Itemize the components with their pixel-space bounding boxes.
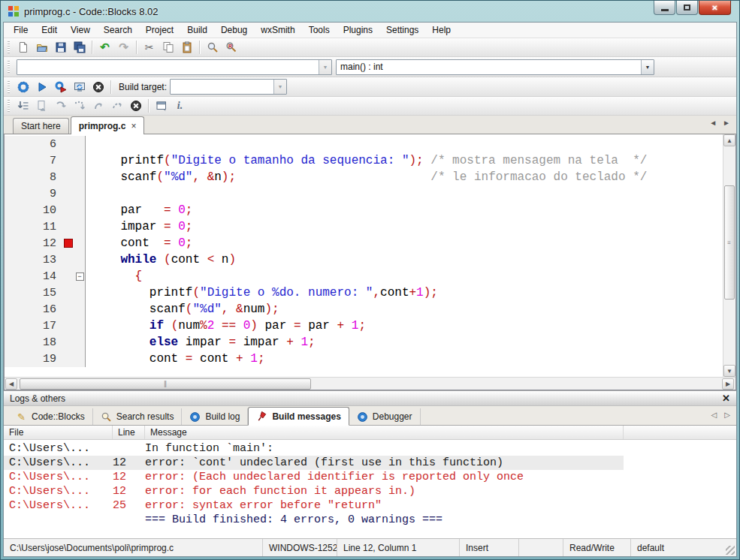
vertical-scroll-thumb[interactable]: ≡: [724, 185, 735, 300]
run-to-cursor-button[interactable]: [33, 98, 50, 114]
menu-file[interactable]: File: [7, 23, 35, 37]
build-button[interactable]: [14, 79, 32, 95]
chevron-down-icon[interactable]: ▼: [273, 80, 286, 94]
build-message-row[interactable]: C:\Users\...25error: syntax error before…: [4, 498, 624, 513]
chevron-down-icon[interactable]: ▼: [641, 60, 654, 74]
code-editor[interactable]: 67 printf("Digite o tamanho da sequencia…: [5, 134, 723, 377]
breakpoint-margin[interactable]: [62, 285, 74, 301]
breakpoint-margin[interactable]: [62, 301, 74, 318]
logs-tab-scroll-left-icon[interactable]: ◁: [711, 411, 717, 419]
tab-primprog-c[interactable]: primprog.c×: [71, 116, 145, 134]
next-instruction-button[interactable]: [108, 98, 125, 114]
close-button[interactable]: ✕: [699, 1, 731, 15]
breakpoint-margin[interactable]: [62, 334, 74, 351]
run-button[interactable]: [33, 79, 50, 95]
logs-tab-scroll-right-icon[interactable]: ▷: [724, 411, 730, 419]
logs-close-icon[interactable]: ✕: [722, 393, 730, 403]
message-file: C:\Users\...: [4, 471, 113, 483]
logs-tab-search-results[interactable]: Search results: [93, 408, 183, 425]
menu-wxsmith[interactable]: wxSmith: [254, 23, 301, 37]
replace-button[interactable]: R: [222, 39, 240, 56]
step-out-button[interactable]: [89, 98, 107, 114]
menu-settings[interactable]: Settings: [379, 23, 425, 37]
find-button[interactable]: [204, 39, 221, 56]
logs-tab-build-log[interactable]: Build log: [182, 408, 248, 425]
cut-button[interactable]: ✂: [140, 39, 158, 56]
toolbar-grip[interactable]: [8, 41, 10, 53]
menu-help[interactable]: Help: [425, 23, 458, 37]
scroll-left-icon[interactable]: ◀: [5, 378, 17, 390]
breakpoint-icon[interactable]: [64, 239, 73, 248]
toolbar-grip[interactable]: [8, 81, 10, 93]
breakpoint-margin[interactable]: [62, 136, 74, 152]
editor-horizontal-scrollbar[interactable]: ◀ ∥ ▶: [5, 377, 735, 390]
breakpoint-margin[interactable]: [62, 351, 74, 367]
breakpoint-margin[interactable]: [62, 202, 74, 218]
breakpoint-margin[interactable]: [62, 251, 74, 268]
build-and-run-button[interactable]: [52, 79, 69, 95]
breakpoint-margin[interactable]: [62, 268, 74, 285]
copy-button[interactable]: [159, 39, 177, 56]
maximize-button[interactable]: [676, 1, 698, 15]
undo-button[interactable]: ↶: [96, 39, 113, 56]
abort-build-button[interactable]: [89, 79, 107, 95]
breakpoint-margin[interactable]: [62, 169, 74, 185]
open-button[interactable]: [33, 39, 50, 56]
menu-project[interactable]: Project: [139, 23, 180, 37]
minimize-button[interactable]: [654, 1, 675, 15]
next-line-button[interactable]: [52, 98, 69, 114]
build-message-row[interactable]: === Build finished: 4 errors, 0 warnings…: [4, 513, 624, 527]
menu-plugins[interactable]: Plugins: [337, 23, 379, 37]
build-message-row[interactable]: C:\Users\...In function `main':: [4, 441, 624, 456]
editor-vertical-scrollbar[interactable]: ▲ ≡ ▼: [723, 134, 735, 377]
column-header-line[interactable]: Line: [113, 426, 145, 439]
menu-build[interactable]: Build: [180, 23, 214, 37]
save-button[interactable]: [52, 39, 69, 56]
column-header-file[interactable]: File: [4, 426, 113, 439]
breakpoint-margin[interactable]: [62, 318, 74, 334]
rebuild-button[interactable]: [71, 79, 88, 95]
menu-tools[interactable]: Tools: [302, 23, 337, 37]
tab-close-icon[interactable]: ×: [131, 121, 136, 131]
build-target-combobox[interactable]: ▼: [170, 79, 287, 95]
tab-scroll-left-icon[interactable]: ◄: [709, 119, 717, 127]
titlebar[interactable]: primprog.c - Code::Blocks 8.02 ✕: [3, 1, 737, 22]
logs-tab-debugger[interactable]: Debugger: [349, 408, 421, 425]
redo-button[interactable]: ↷: [115, 39, 132, 56]
breakpoint-margin[interactable]: [62, 185, 74, 202]
menu-view[interactable]: View: [64, 23, 97, 37]
step-into-button[interactable]: [71, 98, 88, 114]
build-message-row[interactable]: C:\Users\...12error: (Each undeclared id…: [4, 470, 624, 484]
menu-edit[interactable]: Edit: [35, 23, 64, 37]
chevron-down-icon[interactable]: ▼: [319, 60, 331, 74]
save-all-button[interactable]: [71, 39, 88, 56]
menu-debug[interactable]: Debug: [214, 23, 254, 37]
debug-continue-button[interactable]: [14, 98, 32, 114]
breakpoint-margin[interactable]: [62, 218, 74, 235]
paste-button[interactable]: [178, 39, 195, 56]
scroll-up-icon[interactable]: ▲: [723, 134, 735, 146]
scope-combobox[interactable]: ▼: [17, 59, 332, 75]
build-message-row[interactable]: C:\Users\...12error: for each function i…: [4, 484, 624, 498]
fold-collapse-icon[interactable]: −: [76, 272, 84, 281]
breakpoint-margin[interactable]: [62, 152, 74, 169]
horizontal-scroll-thumb[interactable]: ∥: [20, 378, 311, 390]
function-combobox[interactable]: main() : int ▼: [336, 59, 654, 75]
logs-tab-code-blocks[interactable]: ✎Code::Blocks: [8, 408, 93, 425]
toolbar-grip[interactable]: [8, 100, 10, 112]
scroll-right-icon[interactable]: ▶: [722, 378, 734, 390]
new-file-button[interactable]: [14, 39, 32, 56]
resize-grip[interactable]: [726, 546, 735, 555]
various-info-button[interactable]: i.: [171, 98, 189, 114]
logs-tab-build-messages[interactable]: Build messages: [248, 407, 349, 426]
breakpoint-margin[interactable]: [62, 235, 74, 251]
scroll-down-icon[interactable]: ▼: [723, 365, 735, 377]
tab-scroll-right-icon[interactable]: ►: [723, 119, 730, 127]
debugging-windows-button[interactable]: [153, 98, 170, 114]
menu-search[interactable]: Search: [97, 23, 139, 37]
stop-debugger-button[interactable]: [127, 98, 144, 114]
build-message-row[interactable]: C:\Users\...12error: `cont' undeclared (…: [4, 456, 624, 470]
tab-start-here[interactable]: Start here: [13, 118, 69, 134]
toolbar-grip[interactable]: [8, 61, 10, 73]
column-header-message[interactable]: Message: [145, 426, 624, 439]
